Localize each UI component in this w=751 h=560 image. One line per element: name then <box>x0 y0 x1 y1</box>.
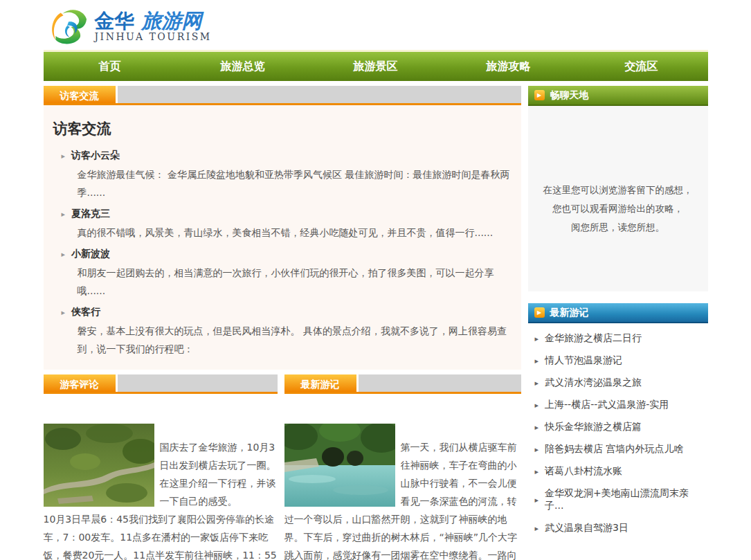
review-article: 国庆去了金华旅游，10月3日出发到横店去玩了一圈。在这里介绍一下行程，并谈一下自… <box>44 402 278 560</box>
chat-panel: ▶ 畅聊天地 在这里您可以浏览游客留下的感想， 您也可以观看网游给出的攻略， 阅… <box>528 86 708 291</box>
nav-item-forum[interactable]: 交流区 <box>575 52 708 81</box>
comment-author[interactable]: ▸ 夏洛克三 <box>52 208 514 220</box>
nav-item-overview[interactable]: 旅游总览 <box>177 52 309 81</box>
arrow-bullet-icon: ▸ <box>535 496 539 505</box>
arrow-bullet-icon: ▸ <box>62 308 66 317</box>
travelogue-tab-row: 最新游记 <box>284 374 521 394</box>
comment-item: ▸ 侠客行 磐安，基本上没有很大的玩点，但是民风相当淳朴。 具体的景点介绍，我就… <box>52 306 514 358</box>
review-photo <box>44 424 154 507</box>
arrow-bullet-icon: ▸ <box>535 401 539 410</box>
nav-item-home[interactable]: 首页 <box>44 52 177 81</box>
travelogue-photo <box>284 424 395 507</box>
bottom-sections: 游客评论 <box>44 370 521 560</box>
comment-text: 金华旅游最佳气候： 金华属丘陵盆地地貌和亚热带季风气候区 最佳旅游时间：最佳旅游… <box>78 165 514 201</box>
content-row: 访客交流 访客交流 ▸ 访客小云朵 金华旅游最佳气候： 金华属丘陵盆地地貌和亚热… <box>44 81 708 560</box>
latest-panel-title: 最新游记 <box>550 307 589 319</box>
list-item[interactable]: ▸ 情人节泡温泉游记 <box>528 350 708 372</box>
arrow-bullet-icon: ▸ <box>535 467 539 476</box>
main-column: 访客交流 访客交流 ▸ 访客小云朵 金华旅游最佳气候： 金华属丘陵盆地地貌和亚热… <box>44 81 521 560</box>
chat-line: 阅您所思，读您所想。 <box>528 218 708 237</box>
reviews-tab-row: 游客评论 <box>44 374 278 394</box>
site-logo[interactable] <box>49 8 88 45</box>
nav-item-guides[interactable]: 旅游攻略 <box>442 52 575 81</box>
chat-line: 您也可以观看网游给出的攻略， <box>528 199 708 218</box>
arrow-bullet-icon: ▸ <box>535 445 539 454</box>
arrow-bullet-icon: ▸ <box>535 524 539 533</box>
latest-list: ▸ 金华旅游之横店二日行 ▸ 情人节泡温泉游记 ▸ 武义清水湾泌温泉之旅 ▸ 上… <box>528 323 708 539</box>
visitor-tab-row: 访客交流 <box>44 86 521 105</box>
chat-panel-title: 畅聊天地 <box>550 89 589 102</box>
latest-panel-header: ▶ 最新游记 <box>528 303 708 323</box>
comment-text: 磐安，基本上没有很大的玩点，但是民风相当淳朴。 具体的景点介绍，我就不多说了，网… <box>78 322 514 358</box>
tab-bar-filler <box>359 374 521 392</box>
page-container: 金华 旅游网 JINHUA TOURISM 首页 旅游总览 旅游景区 旅游攻略 … <box>44 0 708 560</box>
site-header: 金华 旅游网 JINHUA TOURISM <box>44 0 708 50</box>
arrow-bullet-icon: ▸ <box>62 210 66 219</box>
arrow-bullet-icon: ▸ <box>62 250 66 259</box>
comment-item: ▸ 访客小云朵 金华旅游最佳气候： 金华属丘陵盆地地貌和亚热带季风气候区 最佳旅… <box>52 150 514 201</box>
list-item[interactable]: ▸ 武义温泉自驾游3日 <box>528 517 708 539</box>
comment-author[interactable]: ▸ 侠客行 <box>52 306 514 318</box>
logo-text: 金华 旅游网 JINHUA TOURISM <box>95 10 212 42</box>
tab-bar-filler <box>118 374 278 392</box>
list-item[interactable]: ▸ 金华双龙洞+美地南山漂流周末亲子... <box>528 482 708 517</box>
tab-latest-travelogue[interactable]: 最新游记 <box>284 374 356 392</box>
panel-arrow-icon: ▶ <box>534 307 545 318</box>
tab-visitor-reviews[interactable]: 游客评论 <box>44 374 116 392</box>
arrow-bullet-icon: ▸ <box>62 152 66 161</box>
arrow-bullet-icon: ▸ <box>535 334 539 343</box>
logo-title-en: JINHUA TOURISM <box>95 31 212 42</box>
chat-panel-body: 在这里您可以浏览游客留下的感想， 您也可以观看网游给出的攻略， 阅您所思，读您所… <box>528 106 708 291</box>
comment-text: 真的很不错哦，风景美，青山绿水，美食相当不错，经典小吃随处可见，并且不贵，值得一… <box>78 224 514 242</box>
list-item[interactable]: ▸ 武义清水湾泌温泉之旅 <box>528 372 708 394</box>
list-item[interactable]: ▸ 金华旅游之横店二日行 <box>528 327 708 350</box>
list-item[interactable]: ▸ 快乐金华旅游之横店篇 <box>528 416 708 438</box>
panel-arrow-icon: ▶ <box>534 90 545 100</box>
arrow-bullet-icon: ▸ <box>535 379 539 388</box>
chat-panel-header: ▶ 畅聊天地 <box>528 86 708 106</box>
list-item[interactable]: ▸ 上海--横店--武义温泉游-实用 <box>528 394 708 416</box>
page-title: 访客交流 <box>53 119 514 138</box>
visitor-exchange-panel: 访客交流 ▸ 访客小云朵 金华旅游最佳气候： 金华属丘陵盆地地貌和亚热带季风气候… <box>44 105 521 370</box>
arrow-bullet-icon: ▸ <box>535 423 539 432</box>
comment-author[interactable]: ▸ 小新波波 <box>52 248 514 260</box>
list-item[interactable]: ▸ 陪爸妈去横店 宫墙内外玩点儿啥 <box>528 438 708 460</box>
tab-visitor-exchange[interactable]: 访客交流 <box>44 86 116 103</box>
travelogue-article: 第一天，我们从横店驱车前往神丽峡，车子在弯曲的小山脉中行驶着，不一会儿便看见一条… <box>284 402 521 560</box>
reviews-column: 游客评论 <box>44 370 278 560</box>
logo-title-cn: 金华 旅游网 <box>95 10 212 31</box>
arrow-bullet-icon: ▸ <box>535 356 539 365</box>
tab-bar-filler <box>118 86 521 103</box>
list-item[interactable]: ▸ 诸葛八卦村流水账 <box>528 460 708 482</box>
comment-item: ▸ 夏洛克三 真的很不错哦，风景美，青山绿水，美食相当不错，经典小吃随处可见，并… <box>52 208 514 242</box>
main-nav: 首页 旅游总览 旅游景区 旅游攻略 交流区 <box>44 52 708 81</box>
nav-item-scenic-areas[interactable]: 旅游景区 <box>309 52 442 81</box>
sidebar: ▶ 畅聊天地 在这里您可以浏览游客留下的感想， 您也可以观看网游给出的攻略， 阅… <box>528 81 708 560</box>
comment-author[interactable]: ▸ 访客小云朵 <box>52 150 514 162</box>
logo-swirl-icon <box>49 8 88 45</box>
travelogue-column: 最新游记 <box>284 370 521 560</box>
latest-travelogue-panel: ▶ 最新游记 ▸ 金华旅游之横店二日行 ▸ 情人节泡温泉游记 ▸ 武义清水湾泌温… <box>528 303 708 539</box>
comment-item: ▸ 小新波波 和朋友一起团购去的，相当满意的一次旅行，小伙伴们玩的很开心，拍了很… <box>52 248 514 300</box>
chat-line: 在这里您可以浏览游客留下的感想， <box>528 181 708 199</box>
comment-text: 和朋友一起团购去的，相当满意的一次旅行，小伙伴们玩的很开心，拍了很多美图，可以一… <box>78 264 514 300</box>
